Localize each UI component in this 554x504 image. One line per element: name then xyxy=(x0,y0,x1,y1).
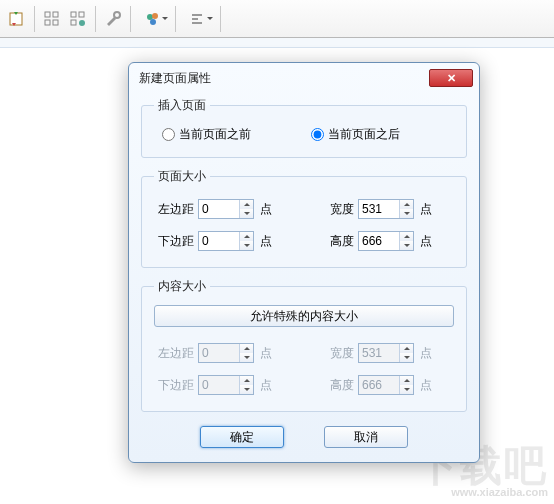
content-size-legend: 内容大小 xyxy=(154,278,210,295)
left-margin-field: 左边距 点 xyxy=(154,199,294,219)
close-button[interactable]: ✕ xyxy=(429,69,473,87)
content-height-label: 高度 xyxy=(314,377,354,394)
grid-icon[interactable] xyxy=(39,6,65,32)
insert-page-group: 插入页面 当前页面之前 当前页面之后 xyxy=(141,97,467,158)
content-width-input xyxy=(359,344,399,362)
svg-point-10 xyxy=(147,14,153,20)
page-size-legend: 页面大小 xyxy=(154,168,210,185)
spin-up-icon xyxy=(240,376,253,385)
allow-special-content-button[interactable]: 允许特殊的内容大小 xyxy=(154,305,454,327)
spin-up-icon[interactable] xyxy=(240,200,253,209)
spin-down-icon[interactable] xyxy=(240,209,253,218)
svg-rect-13 xyxy=(192,14,202,16)
content-width-spinner xyxy=(358,343,414,363)
height-spinner[interactable] xyxy=(358,231,414,251)
bottom-margin-input[interactable] xyxy=(199,232,239,250)
page-size-group: 页面大小 左边距 点 宽度 点 xyxy=(141,168,467,268)
width-field: 宽度 点 xyxy=(314,199,454,219)
unit-label: 点 xyxy=(420,201,432,218)
radio-before-input[interactable] xyxy=(162,128,175,141)
svg-rect-4 xyxy=(53,20,58,25)
svg-rect-7 xyxy=(71,20,76,25)
left-margin-input[interactable] xyxy=(199,200,239,218)
spin-down-icon[interactable] xyxy=(400,241,413,250)
spin-up-icon[interactable] xyxy=(400,200,413,209)
unit-label: 点 xyxy=(260,233,272,250)
spin-up-icon xyxy=(400,344,413,353)
content-height-input xyxy=(359,376,399,394)
content-left-label: 左边距 xyxy=(154,345,194,362)
width-input[interactable] xyxy=(359,200,399,218)
titlebar[interactable]: 新建页面属性 ✕ xyxy=(129,63,479,93)
grid-plus-icon[interactable] xyxy=(65,6,91,32)
left-margin-spinner[interactable] xyxy=(198,199,254,219)
refresh-icon[interactable] xyxy=(4,6,30,32)
spin-down-icon[interactable] xyxy=(240,241,253,250)
height-label: 高度 xyxy=(314,233,354,250)
content-width-field: 宽度 点 xyxy=(314,343,454,363)
bottom-margin-spinner[interactable] xyxy=(198,231,254,251)
svg-rect-5 xyxy=(71,12,76,17)
width-label: 宽度 xyxy=(314,201,354,218)
content-height-field: 高度 点 xyxy=(314,375,454,395)
height-input[interactable] xyxy=(359,232,399,250)
toolbar xyxy=(0,0,554,38)
insert-legend: 插入页面 xyxy=(154,97,210,114)
new-page-properties-dialog: 新建页面属性 ✕ 插入页面 当前页面之前 当前页面之后 页面大小 xyxy=(128,62,480,463)
content-left-spinner xyxy=(198,343,254,363)
close-icon: ✕ xyxy=(447,72,456,85)
unit-label: 点 xyxy=(260,201,272,218)
dialog-title: 新建页面属性 xyxy=(139,70,429,87)
bottom-margin-label: 下边距 xyxy=(154,233,194,250)
spin-down-icon xyxy=(400,353,413,362)
content-width-label: 宽度 xyxy=(314,345,354,362)
unit-label: 点 xyxy=(420,377,432,394)
unit-label: 点 xyxy=(420,233,432,250)
radio-after-input[interactable] xyxy=(311,128,324,141)
content-size-group: 内容大小 允许特殊的内容大小 左边距 点 宽度 xyxy=(141,278,467,412)
cancel-button[interactable]: 取消 xyxy=(324,426,408,448)
width-spinner[interactable] xyxy=(358,199,414,219)
unit-label: 点 xyxy=(420,345,432,362)
spin-down-icon xyxy=(400,385,413,394)
radio-before[interactable]: 当前页面之前 xyxy=(162,126,251,143)
spin-down-icon xyxy=(240,385,253,394)
content-height-spinner xyxy=(358,375,414,395)
unit-label: 点 xyxy=(260,377,272,394)
spin-up-icon xyxy=(400,376,413,385)
svg-rect-6 xyxy=(79,12,84,17)
button-row: 确定 取消 xyxy=(141,422,467,448)
content-bottom-label: 下边距 xyxy=(154,377,194,394)
svg-point-11 xyxy=(152,13,158,19)
bottom-margin-field: 下边距 点 xyxy=(154,231,294,251)
tools-icon[interactable] xyxy=(100,6,126,32)
align-icon[interactable] xyxy=(180,6,216,32)
radio-before-label: 当前页面之前 xyxy=(179,126,251,143)
unit-label: 点 xyxy=(260,345,272,362)
content-left-input xyxy=(199,344,239,362)
radio-after[interactable]: 当前页面之后 xyxy=(311,126,400,143)
svg-rect-3 xyxy=(45,20,50,25)
svg-point-12 xyxy=(150,19,156,25)
svg-point-8 xyxy=(79,20,85,26)
radio-after-label: 当前页面之后 xyxy=(328,126,400,143)
svg-rect-2 xyxy=(53,12,58,17)
svg-rect-14 xyxy=(192,18,198,20)
content-left-field: 左边距 点 xyxy=(154,343,294,363)
content-bottom-spinner xyxy=(198,375,254,395)
content-bottom-field: 下边距 点 xyxy=(154,375,294,395)
spin-down-icon xyxy=(240,353,253,362)
spin-up-icon[interactable] xyxy=(240,232,253,241)
ok-button[interactable]: 确定 xyxy=(200,426,284,448)
palette-icon[interactable] xyxy=(135,6,171,32)
content-bottom-input xyxy=(199,376,239,394)
spin-down-icon[interactable] xyxy=(400,209,413,218)
spin-up-icon xyxy=(240,344,253,353)
left-margin-label: 左边距 xyxy=(154,201,194,218)
watermark-url: www.xiazaiba.com xyxy=(416,486,548,498)
menubar-strip xyxy=(0,38,554,48)
spin-up-icon[interactable] xyxy=(400,232,413,241)
svg-point-9 xyxy=(114,12,120,18)
svg-rect-1 xyxy=(45,12,50,17)
svg-rect-15 xyxy=(192,22,202,24)
